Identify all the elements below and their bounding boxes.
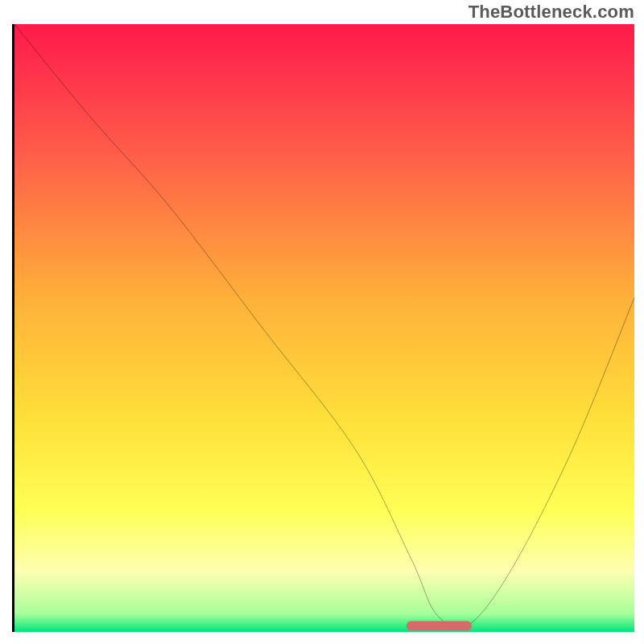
chart-background <box>14 24 634 632</box>
chart-svg <box>14 24 634 632</box>
chart-container: TheBottleneck.com <box>0 0 644 644</box>
watermark-text: TheBottleneck.com <box>469 2 634 23</box>
